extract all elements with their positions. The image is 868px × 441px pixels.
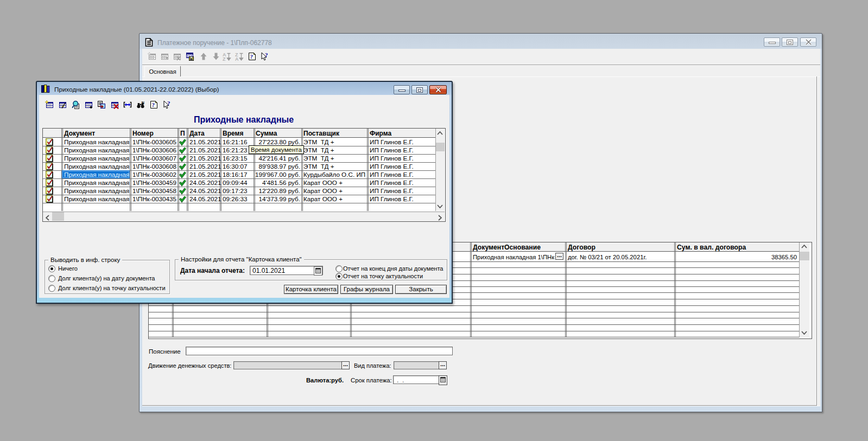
svg-text:?: ? xyxy=(167,100,170,106)
svg-text:?: ? xyxy=(152,101,155,108)
svg-text:A: A xyxy=(235,56,239,61)
svg-text:Z: Z xyxy=(223,56,226,61)
svg-text:?: ? xyxy=(250,53,254,60)
svg-text:?: ? xyxy=(265,52,268,58)
svg-text:N: N xyxy=(142,101,144,105)
